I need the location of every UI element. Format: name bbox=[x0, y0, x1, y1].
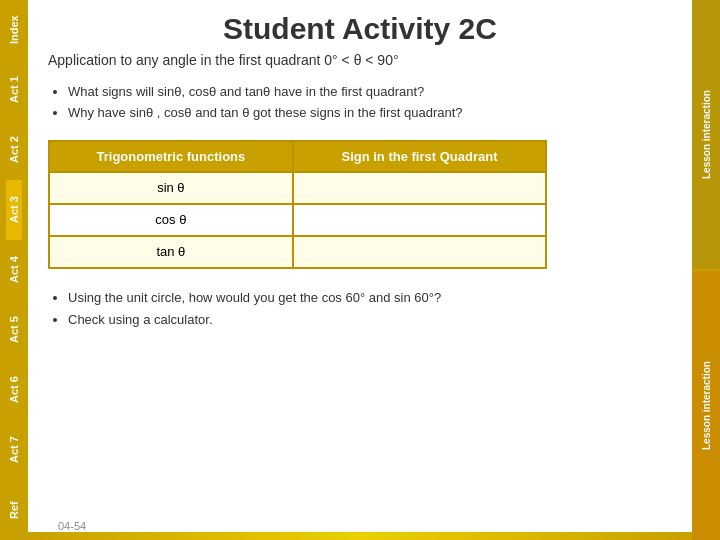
bottom-bar bbox=[28, 532, 692, 540]
table-cell-cos-func: cos θ bbox=[49, 204, 293, 236]
bottom-bullet-1: Using the unit circle, how would you get… bbox=[68, 287, 672, 309]
sidebar-item-act2[interactable]: Act 2 bbox=[6, 120, 22, 180]
table-row: tan θ bbox=[49, 236, 546, 268]
table-cell-tan-sign bbox=[293, 236, 546, 268]
bullets-section: What signs will sinθ, cosθ and tanθ have… bbox=[48, 82, 672, 124]
sidebar-item-ref[interactable]: Ref bbox=[6, 480, 22, 540]
sidebar-item-act6[interactable]: Act 6 bbox=[6, 360, 22, 420]
sidebar-item-index[interactable]: Index bbox=[6, 0, 22, 60]
left-sidebar: Index Act 1 Act 2 Act 3 Act 4 Act 5 Act … bbox=[0, 0, 28, 540]
main-content: Student Activity 2C Application to any a… bbox=[28, 0, 692, 540]
table-col2-header: Sign in the first Quadrant bbox=[293, 141, 546, 172]
table-row: sin θ bbox=[49, 172, 546, 204]
table-cell-tan-func: tan θ bbox=[49, 236, 293, 268]
page-title: Student Activity 2C bbox=[48, 12, 672, 46]
right-sidebar-lesson1[interactable]: Lesson interaction bbox=[692, 0, 720, 269]
trig-table: Trigonometric functions Sign in the firs… bbox=[48, 140, 547, 269]
bottom-bullets-section: Using the unit circle, how would you get… bbox=[48, 287, 672, 331]
subtitle: Application to any angle in the first qu… bbox=[48, 52, 672, 68]
sidebar-item-act5[interactable]: Act 5 bbox=[6, 300, 22, 360]
bullet-2: Why have sinθ , cosθ and tan θ got these… bbox=[68, 103, 672, 124]
sidebar-item-act7[interactable]: Act 7 bbox=[6, 420, 22, 480]
bullet-1: What signs will sinθ, cosθ and tanθ have… bbox=[68, 82, 672, 103]
table-cell-sin-func: sin θ bbox=[49, 172, 293, 204]
table-cell-cos-sign bbox=[293, 204, 546, 236]
table-row: cos θ bbox=[49, 204, 546, 236]
sidebar-item-act3[interactable]: Act 3 bbox=[6, 180, 22, 240]
sidebar-item-act4[interactable]: Act 4 bbox=[6, 240, 22, 300]
page-number: 04-54 bbox=[58, 520, 86, 532]
bottom-bullet-2: Check using a calculator. bbox=[68, 309, 672, 331]
sidebar-item-act1[interactable]: Act 1 bbox=[6, 60, 22, 120]
table-col1-header: Trigonometric functions bbox=[49, 141, 293, 172]
right-sidebar: Lesson interaction Lesson interaction bbox=[692, 0, 720, 540]
right-sidebar-lesson2[interactable]: Lesson interaction bbox=[692, 271, 720, 540]
table-cell-sin-sign bbox=[293, 172, 546, 204]
